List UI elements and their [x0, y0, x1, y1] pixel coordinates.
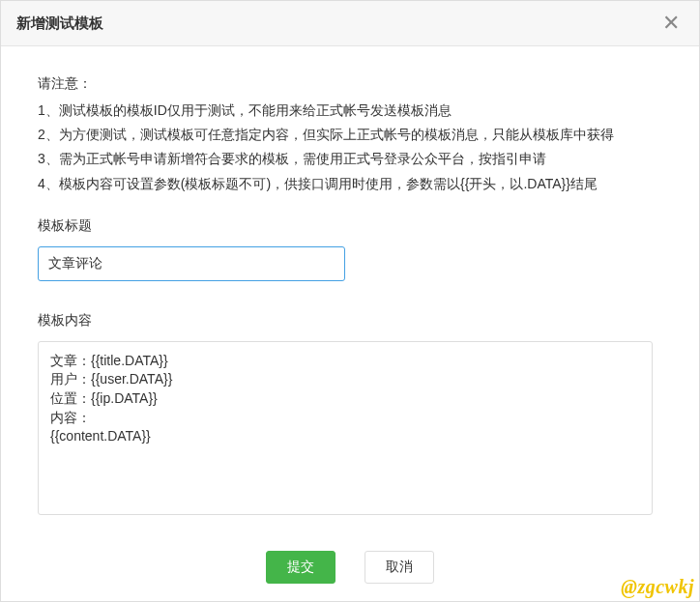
template-content-textarea[interactable] — [38, 341, 653, 515]
notice-item: 4、模板内容可设置参数(模板标题不可)，供接口调用时使用，参数需以{{开头，以.… — [38, 172, 662, 196]
submit-button[interactable]: 提交 — [266, 551, 335, 584]
notice-item: 2、为方便测试，测试模板可任意指定内容，但实际上正式帐号的模板消息，只能从模板库… — [38, 123, 662, 147]
close-icon[interactable]: ✕ — [658, 13, 684, 34]
dialog-footer: 提交 取消 — [1, 537, 699, 601]
template-title-label: 模板标题 — [38, 217, 662, 235]
template-title-input[interactable] — [38, 246, 345, 281]
dialog-header: 新增测试模板 ✕ — [1, 1, 699, 46]
dialog-body: 请注意： 1、测试模板的模板ID仅用于测试，不能用来给正式帐号发送模板消息 2、… — [1, 46, 699, 537]
template-content-label: 模板内容 — [38, 312, 662, 330]
notice-item: 3、需为正式帐号申请新增符合要求的模板，需使用正式号登录公众平台，按指引申请 — [38, 147, 662, 171]
notice-list: 1、测试模板的模板ID仅用于测试，不能用来给正式帐号发送模板消息 2、为方便测试… — [38, 99, 662, 196]
notice-item: 1、测试模板的模板ID仅用于测试，不能用来给正式帐号发送模板消息 — [38, 99, 662, 123]
notice-title: 请注意： — [38, 75, 662, 93]
dialog: 新增测试模板 ✕ 请注意： 1、测试模板的模板ID仅用于测试，不能用来给正式帐号… — [0, 0, 700, 602]
dialog-title: 新增测试模板 — [16, 14, 103, 33]
cancel-button[interactable]: 取消 — [365, 551, 434, 584]
